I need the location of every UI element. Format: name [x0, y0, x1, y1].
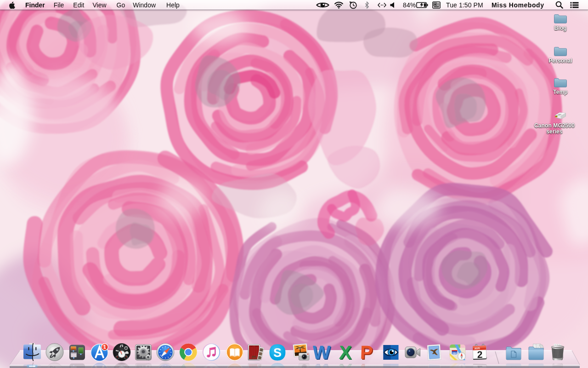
svg-text:X: X	[339, 343, 352, 362]
svg-text:280: 280	[452, 352, 457, 355]
svg-text:2: 2	[477, 349, 482, 360]
svg-text:S: S	[273, 346, 282, 360]
svg-text:1: 1	[103, 344, 106, 350]
svg-text:P: P	[360, 343, 373, 362]
svg-text:W: W	[313, 343, 331, 362]
